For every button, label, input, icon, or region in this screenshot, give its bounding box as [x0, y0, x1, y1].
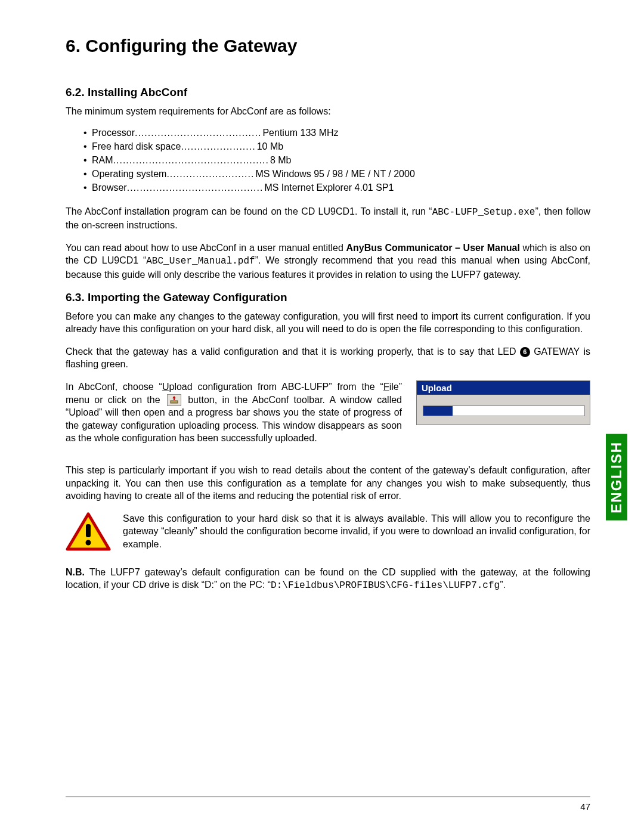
req-label: Processor — [92, 128, 135, 138]
bullet-icon: • — [83, 182, 92, 193]
req-value: MS Windows 95 / 98 / ME / NT / 2000 — [254, 169, 414, 179]
req-dots: ........................................… — [113, 155, 269, 166]
page: 6. Configuring the Gateway 6.2. Installi… — [0, 0, 644, 833]
upload-instructions-paragraph: In AbcConf, choose “Upload configuration… — [66, 380, 402, 445]
import-intro-paragraph: Before you can make any changes to the g… — [66, 310, 590, 336]
req-label: Operating system — [92, 169, 166, 179]
req-value: 10 Mb — [256, 141, 283, 152]
requirement-row: • Browser ..............................… — [83, 182, 590, 193]
nb-bold: N.B. — [66, 567, 85, 577]
section-6-3-heading: 6.3. Importing the Gateway Configuration — [66, 291, 590, 304]
warning-block: Save this configuration to your hard dis… — [66, 512, 590, 554]
svg-rect-2 — [86, 524, 91, 537]
manual-title-bold: AnyBus Communicator – User Manual — [346, 243, 519, 253]
req-dots: ....................................... — [135, 128, 261, 138]
req-dots: ....................... — [181, 141, 255, 152]
language-tab: ENGLISH — [606, 434, 627, 521]
importance-paragraph: This step is particularly important if y… — [66, 464, 590, 503]
req-dots: ........................................… — [127, 182, 264, 193]
bullet-icon: • — [83, 128, 92, 138]
section-6-2-heading: 6.2. Installing AbcConf — [66, 86, 590, 99]
requirement-row: • Free hard disk space .................… — [83, 141, 590, 152]
underline-f: F — [383, 382, 389, 392]
page-title: 6. Configuring the Gateway — [66, 36, 590, 56]
req-label: Free hard disk space — [92, 141, 181, 152]
requirements-list: • Processor ............................… — [66, 128, 590, 193]
req-value: 8 Mb — [269, 155, 292, 166]
svg-rect-0 — [171, 401, 178, 403]
svg-point-3 — [86, 540, 91, 545]
footer-rule — [66, 797, 590, 797]
manual-paragraph: You can read about how to use AbcConf in… — [66, 241, 590, 281]
nb-paragraph: N.B. The LUFP7 gateway’s default configu… — [66, 566, 590, 593]
req-label: Browser — [92, 182, 127, 193]
upload-dialog-title: Upload — [417, 381, 590, 395]
gateway-smallcaps: ATEWAY — [541, 346, 580, 357]
underline-u: U — [162, 382, 169, 392]
req-dots: ........................... — [166, 169, 254, 179]
install-paragraph: The AbcConf installation program can be … — [66, 205, 590, 232]
code-setup-exe: ABC-LUFP_Setup.exe — [432, 207, 535, 218]
upload-dialog: Upload — [416, 380, 590, 425]
req-value: Pentium 133 MHz — [261, 128, 338, 138]
code-cfg-path: D:\Fieldbus\PROFIBUS\CFG-files\LUFP7.cfg — [271, 580, 500, 591]
req-label: RAM — [92, 155, 113, 166]
progress-bar-track — [423, 405, 585, 416]
requirement-row: • RAM ..................................… — [83, 155, 590, 166]
bullet-icon: • — [83, 141, 92, 152]
upload-toolbar-icon — [167, 394, 181, 406]
code-manual-pdf: ABC_User_Manual.pdf — [146, 256, 255, 267]
progress-bar-fill — [423, 406, 453, 416]
upload-two-column: In AbcConf, choose “Upload configuration… — [66, 380, 590, 454]
warning-text: Save this configuration to your hard dis… — [123, 512, 590, 551]
requirement-row: • Operating system .....................… — [83, 169, 590, 179]
page-number: 47 — [580, 801, 590, 812]
bullet-icon: • — [83, 155, 92, 166]
requirements-intro: The minimum system requirements for AbcC… — [66, 105, 590, 118]
upload-dialog-body — [417, 395, 590, 425]
bullet-icon: • — [83, 169, 92, 179]
requirement-row: • Processor ............................… — [83, 128, 590, 138]
req-value: MS Internet Explorer 4.01 SP1 — [263, 182, 394, 193]
led-check-paragraph: Check that the gateway has a valid confi… — [66, 345, 590, 371]
led-6-icon: 6 — [520, 347, 530, 357]
warning-triangle-icon — [66, 512, 111, 554]
